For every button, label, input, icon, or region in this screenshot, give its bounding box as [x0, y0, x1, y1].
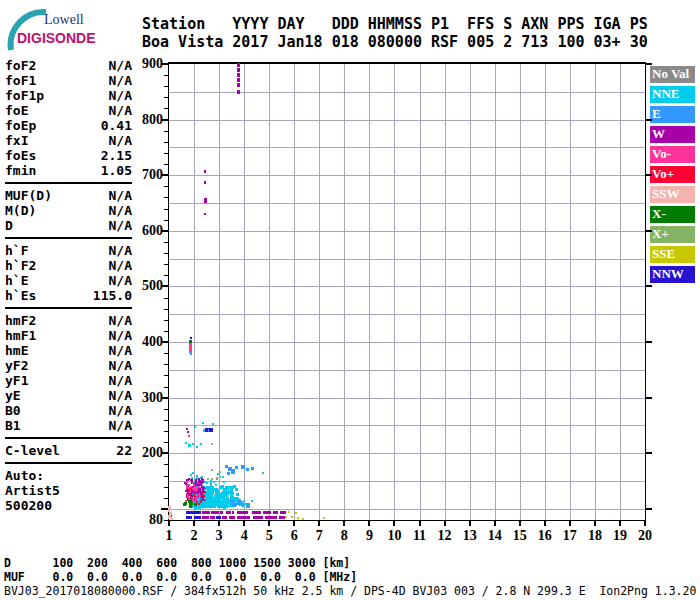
echo-segment: [211, 511, 219, 514]
param-label: fmin: [5, 163, 36, 178]
echo-point: [188, 484, 190, 486]
echo-point: [204, 181, 206, 184]
param-row: h`Es115.0: [5, 288, 132, 303]
param-label: M(D): [5, 203, 36, 218]
grid-line-v: [294, 64, 295, 520]
x-axis-label: 20: [633, 528, 657, 544]
x-axis-tick: [218, 521, 220, 526]
grid-line-v: [420, 64, 421, 520]
echo-point: [226, 487, 229, 490]
param-label: fxI: [5, 133, 28, 148]
file-info-row: BVJ03_2017018080000.RSF / 384fx512h 50 k…: [4, 584, 696, 598]
echo-point: [203, 499, 205, 501]
echo-point: [200, 443, 202, 445]
echo-point: [184, 502, 187, 505]
x-axis-label: 14: [483, 528, 507, 544]
grid-line-h: [169, 509, 645, 510]
echo-point: [190, 474, 192, 476]
grid-line-v: [269, 64, 270, 520]
y-axis-minor-tick: [164, 253, 168, 254]
param-label: D: [5, 218, 13, 233]
y-axis-minor-tick: [164, 264, 168, 265]
param-row: h`FN/A: [5, 243, 132, 258]
grid-line-v: [219, 64, 220, 520]
echo-point: [216, 489, 219, 492]
echo-segment: [279, 516, 285, 519]
y-axis-minor-tick: [164, 387, 168, 388]
echo-point: [295, 512, 297, 514]
y-axis-minor-tick: [164, 487, 168, 488]
x-axis-label: 7: [307, 528, 331, 544]
echo-point: [291, 516, 293, 518]
echo-point: [188, 435, 190, 437]
param-value: N/A: [109, 188, 132, 203]
echo-point: [196, 489, 198, 491]
param-label: h`Es: [5, 288, 36, 303]
echo-segment: [210, 516, 216, 519]
legend-item-vo-: Vo+: [650, 166, 695, 183]
echo-point: [196, 475, 198, 477]
echo-point: [203, 487, 205, 489]
grid-line-h: [169, 231, 645, 232]
y-axis-right-tick: [646, 397, 652, 399]
echo-point: [219, 501, 222, 504]
echo-point: [193, 487, 195, 489]
x-axis-tick: [393, 521, 395, 526]
param-row: B0N/A: [5, 403, 132, 418]
x-axis-label: 5: [257, 528, 281, 544]
echo-point: [222, 495, 225, 498]
legend-item-x-: X-: [650, 206, 695, 223]
echo-point: [195, 480, 197, 482]
echo-point: [210, 503, 213, 506]
y-axis-minor-tick: [164, 209, 168, 210]
y-axis-minor-tick: [164, 164, 168, 165]
grid-line-v: [620, 64, 621, 520]
grid-line-h: [169, 203, 645, 204]
grid-line-v: [319, 64, 320, 520]
param-value: N/A: [109, 313, 132, 328]
param-row: C-level22: [5, 443, 132, 458]
y-axis-label: 700: [132, 167, 163, 183]
y-axis-minor-tick: [164, 375, 168, 376]
echo-point: [192, 443, 194, 445]
grid-line-v: [194, 64, 195, 520]
x-axis-tick: [519, 521, 521, 526]
x-axis-tick: [494, 521, 496, 526]
grid-line-v: [470, 64, 471, 520]
echo-point: [204, 213, 206, 215]
distance-row: D 100 200 400 600 800 1000 1500 3000 [km…: [4, 556, 350, 570]
param-row: MUF(D)N/A: [5, 188, 132, 203]
x-axis-label: 17: [558, 528, 582, 544]
echo-point: [215, 484, 217, 486]
grid-line-h: [169, 92, 645, 93]
echo-point: [237, 90, 240, 94]
echo-point: [192, 472, 194, 474]
echo-point: [297, 517, 299, 519]
echo-point: [199, 495, 201, 497]
y-axis-minor-tick: [164, 242, 168, 243]
echo-segment: [252, 511, 262, 514]
echo-point: [209, 494, 212, 497]
x-axis-label: 13: [458, 528, 482, 544]
echo-point: [237, 78, 240, 82]
param-value: N/A: [109, 203, 132, 218]
echo-point: [206, 486, 208, 488]
echo-point: [196, 446, 198, 448]
grid-line-h: [169, 398, 645, 399]
echo-point: [227, 472, 230, 475]
param-value: 2.15: [101, 148, 132, 163]
legend-item-x-: X+: [650, 226, 695, 243]
param-label: foE: [5, 103, 28, 118]
x-axis-label: 15: [508, 528, 532, 544]
x-axis-label: 6: [282, 528, 306, 544]
echo-point: [202, 422, 204, 424]
x-axis-label: 2: [182, 528, 206, 544]
param-row: yF1N/A: [5, 373, 132, 388]
x-axis-tick: [243, 521, 245, 526]
echo-point: [194, 503, 197, 506]
y-axis-minor-tick: [164, 108, 168, 109]
x-axis-tick: [168, 521, 170, 526]
echo-point: [215, 493, 218, 496]
y-axis-right-tick: [646, 119, 652, 121]
echo-point: [210, 484, 212, 486]
